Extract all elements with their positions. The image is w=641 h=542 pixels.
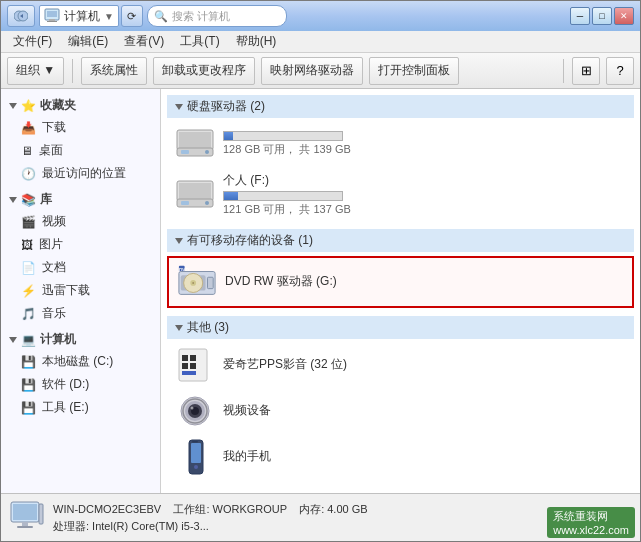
sidebar-item-drive-c[interactable]: 💾 本地磁盘 (C:): [1, 350, 160, 373]
iqiyi-label: 爱奇艺PPS影音 (32 位): [223, 356, 626, 373]
svg-rect-44: [17, 526, 33, 528]
menu-help[interactable]: 帮助(H): [228, 31, 285, 52]
address-bar-icon: [44, 7, 60, 26]
sidebar-item-recent[interactable]: 🕐 最近访问的位置: [1, 162, 160, 185]
sidebar-item-thunder[interactable]: ⚡ 迅雷下载: [1, 279, 160, 302]
sidebar-item-music[interactable]: 🎵 音乐: [1, 302, 160, 325]
close-button[interactable]: ✕: [614, 7, 634, 25]
view-icon: ⊞: [581, 63, 592, 78]
svg-point-23: [192, 282, 194, 284]
back-button[interactable]: [7, 5, 35, 27]
computer-expand-icon: [9, 337, 17, 343]
sidebar-computer-header[interactable]: 💻 计算机: [1, 329, 160, 350]
address-dropdown-icon[interactable]: ▼: [104, 11, 114, 22]
uninstall-button[interactable]: 卸载或更改程序: [153, 57, 255, 85]
view-options-button[interactable]: ⊞: [572, 57, 600, 85]
sidebar-item-drive-e[interactable]: 💾 工具 (E:): [1, 396, 160, 419]
minimize-button[interactable]: ─: [570, 7, 590, 25]
sidebar-item-drive-d[interactable]: 💾 软件 (D:): [1, 373, 160, 396]
drive-f-icon: [175, 177, 215, 213]
drive-item-c[interactable]: 128 GB 可用， 共 139 GB: [167, 122, 634, 166]
sidebar-item-pictures[interactable]: 🖼 图片: [1, 233, 160, 256]
drive-item-f[interactable]: 个人 (F:) 121 GB 可用， 共 137 GB: [167, 168, 634, 221]
drive-c-size: 128 GB 可用， 共 139 GB: [223, 142, 626, 157]
phone-label: 我的手机: [223, 448, 626, 465]
libraries-expand-icon: [9, 197, 17, 203]
svg-rect-16: [181, 201, 189, 205]
sidebar-item-documents[interactable]: 📄 文档: [1, 256, 160, 279]
sidebar-item-downloads[interactable]: 📥 下载: [1, 116, 160, 139]
sidebar-favorites-label: 收藏夹: [40, 97, 76, 114]
svg-rect-26: [182, 355, 188, 361]
sidebar-section-computer: 💻 计算机 💾 本地磁盘 (C:) 💾 软件 (D:) 💾 工具 (E:): [1, 329, 160, 419]
iqiyi-info: 爱奇艺PPS影音 (32 位): [223, 356, 626, 375]
maximize-button[interactable]: □: [592, 7, 612, 25]
drive-item-dvd[interactable]: DVD: [167, 256, 634, 308]
other-item-phone[interactable]: 我的手机: [167, 435, 634, 479]
svg-rect-6: [47, 21, 57, 22]
library-icon: 📚: [21, 193, 36, 207]
drive-c-icon: 💾: [21, 355, 36, 369]
drive-f-fill: [224, 192, 238, 200]
svg-rect-29: [190, 363, 196, 369]
section-hard-drives: 硬盘驱动器 (2): [167, 95, 634, 118]
section-other: 其他 (3): [167, 316, 634, 339]
drive-c-info: 128 GB 可用， 共 139 GB: [223, 131, 626, 157]
download-icon: 📥: [21, 121, 36, 135]
help-button[interactable]: ?: [606, 57, 634, 85]
recent-icon: 🕐: [21, 167, 36, 181]
dvd-drive-icon: DVD: [177, 264, 217, 300]
computer-icon: 💻: [21, 333, 36, 347]
status-computer-icon: [9, 500, 45, 536]
menu-file[interactable]: 文件(F): [5, 31, 60, 52]
title-bar: 计算机 ▼ ⟳ 🔍 搜索 计算机 ─ □ ✕: [1, 1, 640, 31]
sidebar-favorites-header[interactable]: ⭐ 收藏夹: [1, 95, 160, 116]
menu-view[interactable]: 查看(V): [116, 31, 172, 52]
drive-c-fill: [224, 132, 233, 140]
svg-rect-11: [181, 150, 189, 154]
svg-rect-27: [190, 355, 196, 361]
svg-rect-5: [49, 19, 55, 21]
address-bar[interactable]: 计算机 ▼: [39, 5, 119, 27]
svg-rect-28: [182, 363, 188, 369]
drive-f-bar: [223, 191, 343, 201]
toolbar: 组织 ▼ 系统属性 卸载或更改程序 映射网络驱动器 打开控制面板 ⊞ ?: [1, 53, 640, 89]
svg-point-35: [191, 407, 194, 410]
svg-rect-43: [22, 522, 28, 526]
drive-f-label: 个人 (F:): [223, 172, 626, 189]
status-line-2: 处理器: Intel(R) Core(TM) i5-3...: [53, 518, 632, 535]
other-item-iqiyi[interactable]: 爱奇艺PPS影音 (32 位): [167, 343, 634, 387]
open-control-panel-button[interactable]: 打开控制面板: [369, 57, 459, 85]
sidebar-item-videos[interactable]: 🎬 视频: [1, 210, 160, 233]
phone-info: 我的手机: [223, 448, 626, 467]
menu-tools[interactable]: 工具(T): [172, 31, 227, 52]
svg-rect-45: [39, 504, 43, 524]
sidebar-item-desktop[interactable]: 🖥 桌面: [1, 139, 160, 162]
desktop-icon: 🖥: [21, 144, 33, 158]
svg-rect-42: [13, 504, 37, 520]
system-properties-button[interactable]: 系统属性: [81, 57, 147, 85]
toolbar-separator-2: [563, 59, 564, 83]
sidebar-libraries-header[interactable]: 📚 库: [1, 189, 160, 210]
svg-rect-30: [182, 371, 196, 375]
drive-c-bar: [223, 131, 343, 141]
map-network-button[interactable]: 映射网络驱动器: [261, 57, 363, 85]
svg-point-10: [205, 150, 209, 154]
menu-edit[interactable]: 编辑(E): [60, 31, 116, 52]
pictures-icon: 🖼: [21, 238, 33, 252]
sidebar-section-libraries: 📚 库 🎬 视频 🖼 图片 📄 文档 ⚡ 迅雷下载: [1, 189, 160, 325]
svg-rect-24: [207, 277, 213, 288]
section-removable: 有可移动存储的设备 (1): [167, 229, 634, 252]
help-icon: ?: [616, 63, 623, 78]
iqiyi-icon: [175, 347, 215, 383]
other-item-camera[interactable]: 视频设备: [167, 389, 634, 433]
organize-button[interactable]: 组织 ▼: [7, 57, 64, 85]
address-path: 计算机: [64, 8, 100, 25]
search-bar[interactable]: 🔍 搜索 计算机: [147, 5, 287, 27]
other-list: 爱奇艺PPS影音 (32 位): [167, 343, 634, 479]
search-icon: 🔍: [154, 10, 168, 23]
refresh-button[interactable]: ⟳: [121, 5, 143, 27]
drive-d-icon: 💾: [21, 378, 36, 392]
search-input-placeholder: 搜索 计算机: [172, 9, 280, 24]
camera-icon: [175, 393, 215, 429]
